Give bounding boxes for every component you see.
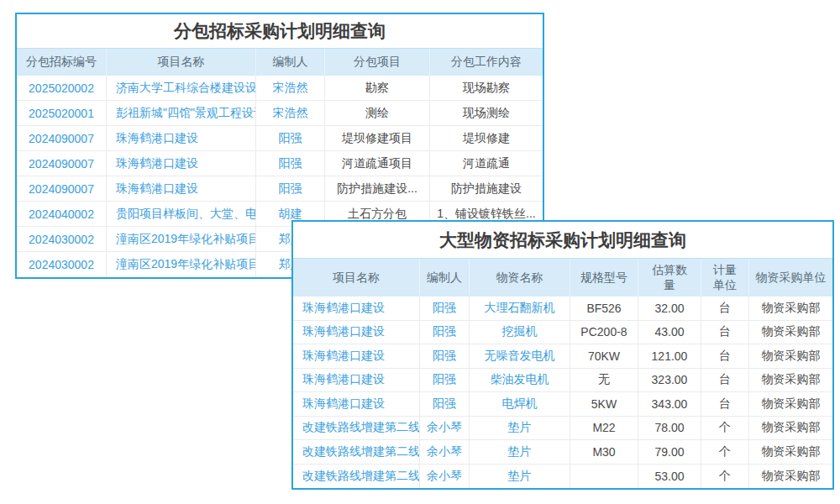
cell-spec: 70KW [570, 344, 638, 368]
materials-bidding-query-window: 大型物资招标采购计划明细查询 项目名称编制人物资名称规格型号估算数 量计量 单位… [291, 220, 834, 490]
column-header-qty: 估算数 量 [638, 259, 701, 297]
cell-unit: 台 [701, 344, 749, 368]
cell-compiler[interactable]: 阳强 [256, 126, 325, 150]
cell-purchase_dept: 物资采购部 [749, 369, 832, 392]
column-header-material: 物资名称 [470, 259, 570, 297]
column-header-work_content: 分包工作内容 [430, 49, 543, 76]
cell-unit: 台 [701, 297, 749, 320]
cell-code[interactable]: 2024090007 [17, 176, 107, 201]
cell-compiler[interactable]: 阳强 [420, 297, 470, 320]
column-header-project: 项目名称 [107, 49, 256, 76]
cell-qty: 343.00 [638, 392, 701, 416]
cell-spec: 5KW [570, 392, 638, 416]
cell-code[interactable]: 2024090007 [17, 126, 107, 150]
column-header-code: 分包招标编号 [17, 49, 107, 76]
cell-material[interactable]: 挖掘机 [470, 321, 570, 344]
table-row: 珠海鹤港口建设阳强无噪音发电机70KW121.00台物资采购部 [293, 344, 832, 369]
cell-spec: BF526 [570, 297, 638, 320]
table-row: 珠海鹤港口建设阳强挖掘机PC200-843.00台物资采购部 [293, 321, 832, 345]
column-header-sub_item: 分包项目 [325, 49, 430, 76]
cell-unit: 个 [701, 440, 749, 464]
cell-purchase_dept: 物资采购部 [749, 417, 832, 440]
cell-material[interactable]: 电焊机 [470, 392, 570, 416]
cell-code[interactable]: 2024090007 [17, 151, 107, 176]
cell-qty: 53.00 [638, 465, 701, 489]
cell-project[interactable]: 贵阳项目样板间、大堂、电梯 [107, 202, 256, 226]
cell-purchase_dept: 物资采购部 [749, 440, 832, 464]
table-row: 珠海鹤港口建设阳强柴油发电机无323.00台物资采购部 [293, 369, 832, 393]
cell-code[interactable]: 2024030002 [17, 227, 107, 251]
cell-qty: 43.00 [638, 321, 701, 344]
cell-code[interactable]: 2025020002 [17, 76, 107, 100]
cell-work_content: 河道疏通 [430, 151, 543, 176]
cell-code[interactable]: 2024030002 [17, 252, 107, 277]
cell-project[interactable]: 珠海鹤港口建设 [293, 321, 420, 344]
cell-work_content: 堤坝修建 [430, 126, 543, 150]
cell-material[interactable]: 无噪音发电机 [470, 344, 570, 368]
cell-project[interactable]: 珠海鹤港口建设 [293, 369, 420, 392]
cell-project[interactable]: 珠海鹤港口建设 [293, 392, 420, 416]
cell-project[interactable]: 潼南区2019年绿化补贴项目 [107, 227, 256, 251]
cell-qty: 121.00 [638, 344, 701, 368]
cell-unit: 台 [701, 392, 749, 416]
column-header-purchase_dept: 物资采购单位 [749, 259, 832, 297]
cell-purchase_dept: 物资采购部 [749, 297, 832, 320]
cell-material[interactable]: 大理石翻新机 [470, 297, 570, 320]
cell-spec: 无 [570, 369, 638, 392]
cell-material[interactable]: 垫片 [470, 440, 570, 464]
cell-compiler[interactable]: 余小琴 [420, 440, 470, 464]
cell-compiler[interactable]: 阳强 [256, 176, 325, 201]
cell-project[interactable]: 改建铁路线增建第二线直通 [293, 440, 420, 464]
cell-project[interactable]: 珠海鹤港口建设 [107, 151, 256, 176]
cell-qty: 79.00 [638, 440, 701, 464]
cell-work_content: 现场测绘 [430, 101, 543, 125]
cell-compiler[interactable]: 余小琴 [420, 465, 470, 489]
cell-material[interactable]: 柴油发电机 [470, 369, 570, 392]
cell-material[interactable]: 垫片 [470, 465, 570, 489]
cell-compiler[interactable]: 余小琴 [420, 417, 470, 440]
table-row: 珠海鹤港口建设阳强大理石翻新机BF52632.00台物资采购部 [293, 297, 832, 321]
cell-purchase_dept: 物资采购部 [749, 321, 832, 344]
cell-qty: 32.00 [638, 297, 701, 320]
table-row: 2024090007珠海鹤港口建设阳强防护措施建设...防护措施建设 [17, 176, 543, 202]
cell-sub_item: 勘察 [325, 76, 430, 100]
cell-project[interactable]: 珠海鹤港口建设 [107, 126, 256, 150]
cell-project[interactable]: 珠海鹤港口建设 [293, 297, 420, 320]
cell-code[interactable]: 2024040002 [17, 202, 107, 226]
cell-sub_item: 测绘 [325, 101, 430, 125]
table-row: 珠海鹤港口建设阳强电焊机5KW343.00台物资采购部 [293, 392, 832, 417]
cell-project[interactable]: 潼南区2019年绿化补贴项目 [107, 252, 256, 277]
column-header-unit: 计量 单位 [701, 259, 749, 297]
cell-purchase_dept: 物资采购部 [749, 465, 832, 489]
cell-spec [570, 465, 638, 489]
cell-project[interactable]: 济南大学工科综合楼建设设计 [107, 76, 256, 100]
cell-project[interactable]: 改建铁路线增建第二线直通 [293, 465, 420, 489]
cell-project[interactable]: 改建铁路线增建第二线直通 [293, 417, 420, 440]
cell-compiler[interactable]: 阳强 [420, 321, 470, 344]
cell-compiler[interactable]: 阳强 [420, 369, 470, 392]
table-row: 2025020001彭祖新城"四馆"景观工程设计宋浩然测绘现场测绘 [17, 101, 543, 126]
cell-work_content: 防护措施建设 [430, 176, 543, 201]
cell-compiler[interactable]: 阳强 [256, 151, 325, 176]
cell-material[interactable]: 垫片 [470, 417, 570, 440]
cell-compiler[interactable]: 宋浩然 [256, 76, 325, 100]
cell-qty: 78.00 [638, 417, 701, 440]
cell-compiler[interactable]: 宋浩然 [256, 101, 325, 125]
cell-work_content: 现场勘察 [430, 76, 543, 100]
cell-unit: 台 [701, 321, 749, 344]
cell-project[interactable]: 珠海鹤港口建设 [293, 344, 420, 368]
column-header-spec: 规格型号 [570, 259, 638, 297]
cell-compiler[interactable]: 阳强 [420, 392, 470, 416]
cell-purchase_dept: 物资采购部 [749, 344, 832, 368]
cell-project[interactable]: 彭祖新城"四馆"景观工程设计 [107, 101, 256, 125]
cell-compiler[interactable]: 阳强 [420, 344, 470, 368]
cell-spec: M22 [570, 417, 638, 440]
materials-table-body: 珠海鹤港口建设阳强大理石翻新机BF52632.00台物资采购部珠海鹤港口建设阳强… [293, 297, 832, 488]
cell-sub_item: 防护措施建设... [325, 176, 430, 201]
subcontract-header-row: 分包招标编号项目名称编制人分包项目分包工作内容 [17, 49, 543, 76]
materials-window-title: 大型物资招标采购计划明细查询 [293, 222, 832, 259]
cell-code[interactable]: 2025020001 [17, 101, 107, 125]
cell-purchase_dept: 物资采购部 [749, 392, 832, 416]
table-row: 改建铁路线增建第二线直通余小琴垫片M2278.00个物资采购部 [293, 417, 832, 441]
cell-project[interactable]: 珠海鹤港口建设 [107, 176, 256, 201]
